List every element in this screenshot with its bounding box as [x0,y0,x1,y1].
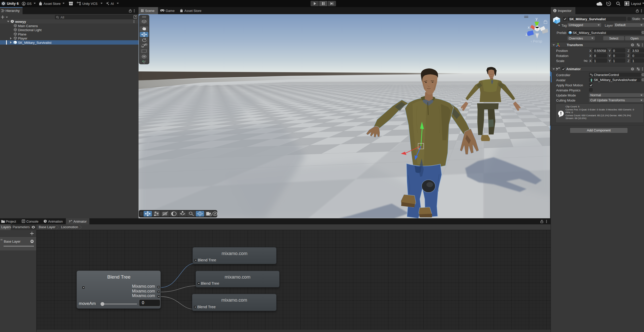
svg-text:x: x [528,25,530,29]
svg-text:y: y [536,16,538,21]
svg-text:‹ Persp: ‹ Persp [531,39,542,43]
svg-text:?: ? [632,44,633,46]
svg-text:?: ? [632,68,633,70]
svg-text:z: z [525,32,528,36]
